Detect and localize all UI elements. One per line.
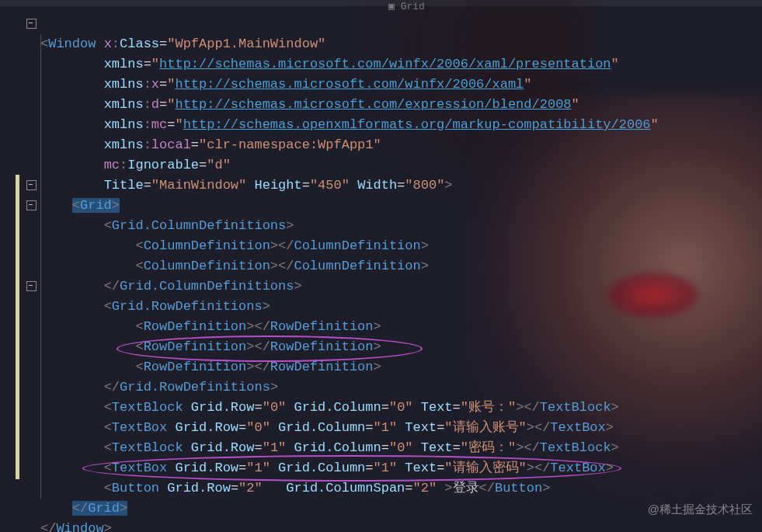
- fold-toggle[interactable]: [26, 281, 37, 291]
- code-editor[interactable]: ▣ Grid <Window x:Class="WpfApp1.MainWind…: [0, 0, 762, 532]
- fold-toggle[interactable]: [26, 180, 37, 190]
- editor-topbar: [0, 0, 762, 6]
- fold-toggle[interactable]: [26, 200, 37, 210]
- code-area[interactable]: <Window x:Class="WpfApp1.MainWindow" xml…: [40, 14, 659, 532]
- fold-toggle[interactable]: [26, 19, 37, 29]
- watermark: @稀土掘金技术社区: [648, 499, 753, 520]
- change-marker: [16, 175, 19, 479]
